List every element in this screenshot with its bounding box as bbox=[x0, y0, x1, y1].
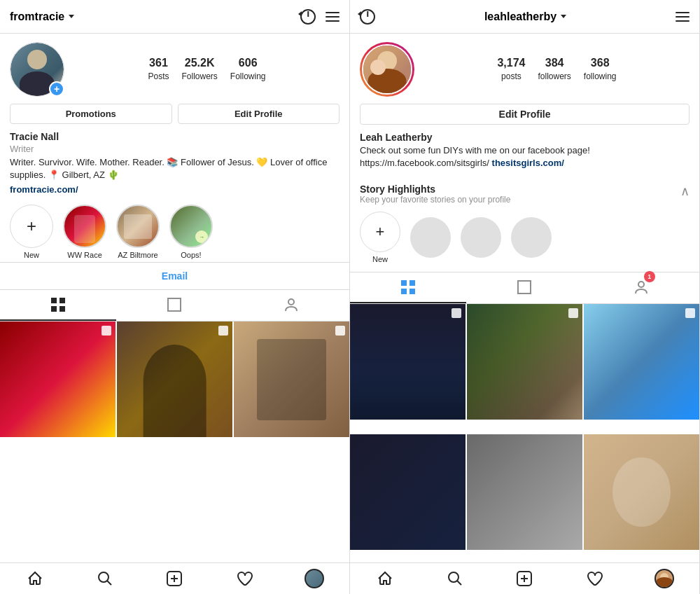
left-stat-followers: 25.2K Followers bbox=[181, 57, 217, 82]
right-menu-icon[interactable] bbox=[676, 12, 690, 22]
right-username: leahleatherby bbox=[484, 11, 556, 23]
svg-line-7 bbox=[107, 581, 111, 585]
nav-search-left[interactable] bbox=[70, 569, 140, 588]
story-ww-race[interactable]: WW Race bbox=[63, 205, 106, 259]
person-icon bbox=[284, 297, 299, 312]
highlight-1[interactable] bbox=[410, 217, 451, 258]
nav-plus-right[interactable] bbox=[490, 569, 560, 588]
svg-line-18 bbox=[457, 581, 461, 585]
avatar-add-button[interactable]: + bbox=[49, 81, 64, 97]
left-profile-link[interactable]: fromtracie.com/ bbox=[10, 184, 340, 195]
left-tabs bbox=[0, 290, 349, 322]
right-grid-icon bbox=[400, 279, 416, 295]
highlights-list: + New bbox=[360, 209, 690, 266]
left-stat-posts: 361 Posts bbox=[148, 57, 169, 82]
left-following-count: 606 bbox=[230, 57, 266, 69]
plus-icon bbox=[166, 570, 183, 587]
nav-heart-left[interactable] bbox=[209, 569, 279, 588]
right-username-area[interactable]: leahleatherby bbox=[484, 11, 566, 23]
highlights-subtitle: Keep your favorite stories on your profi… bbox=[360, 195, 510, 205]
story-oops-img: → bbox=[169, 205, 213, 248]
story-new-circle[interactable]: + bbox=[10, 205, 53, 248]
nav-heart-right[interactable] bbox=[559, 569, 629, 588]
right-avatar-gradient[interactable] bbox=[360, 42, 414, 97]
nav-home-right[interactable] bbox=[350, 569, 420, 588]
left-avatar-wrap: + bbox=[10, 42, 64, 97]
right-grid-cell-4[interactable] bbox=[467, 434, 582, 550]
right-history-arrow-icon bbox=[358, 11, 361, 17]
right-following-count: 368 bbox=[584, 57, 617, 69]
story-oops[interactable]: → Oops! bbox=[169, 205, 213, 259]
highlight-new[interactable]: + New bbox=[360, 212, 400, 263]
right-profile-top: 3,174 posts 384 followers 368 following bbox=[360, 42, 690, 97]
right-plus-icon bbox=[516, 570, 533, 587]
left-stats: 361 Posts 25.2K Followers 606 Following bbox=[74, 57, 340, 82]
right-bio-link[interactable]: thesitsgirls.com/ bbox=[492, 158, 564, 168]
left-stat-following: 606 Following bbox=[230, 57, 266, 82]
right-person-icon bbox=[634, 279, 649, 295]
story-ww-race-label: WW Race bbox=[67, 251, 102, 259]
left-photo-grid bbox=[0, 322, 349, 562]
right-stat-posts: 3,174 posts bbox=[497, 57, 525, 82]
grid-cell-1[interactable] bbox=[117, 322, 232, 437]
right-profile-section: 3,174 posts 384 followers 368 following … bbox=[350, 34, 699, 178]
highlight-2-circle bbox=[461, 217, 501, 258]
svg-point-17 bbox=[449, 572, 458, 582]
square-icon bbox=[167, 297, 182, 312]
home-icon bbox=[27, 570, 43, 587]
tab-tagged-left[interactable] bbox=[233, 290, 349, 321]
edit-profile-button[interactable]: Edit Profile bbox=[178, 104, 340, 124]
left-username-area[interactable]: fromtracie bbox=[10, 11, 74, 23]
nav-home-left[interactable] bbox=[0, 569, 70, 588]
nav-plus-left[interactable] bbox=[140, 569, 210, 588]
right-history-icon[interactable] bbox=[360, 9, 375, 25]
svg-rect-15 bbox=[518, 281, 531, 293]
highlights-collapse-icon[interactable]: ∧ bbox=[680, 184, 690, 199]
left-username: fromtracie bbox=[10, 11, 64, 23]
left-followers-label: Followers bbox=[181, 71, 217, 81]
right-grid-cell-5[interactable] bbox=[584, 434, 699, 550]
tab-grid-right[interactable] bbox=[350, 272, 466, 303]
email-row: Email bbox=[0, 263, 349, 290]
svg-rect-4 bbox=[168, 298, 181, 311]
tab-grid-left[interactable] bbox=[0, 290, 116, 321]
nav-profile-right[interactable] bbox=[629, 569, 699, 588]
email-link[interactable]: Email bbox=[162, 270, 188, 282]
tab-feed-right[interactable] bbox=[466, 272, 582, 303]
history-icon[interactable] bbox=[300, 9, 316, 25]
right-grid-cell-0[interactable] bbox=[350, 304, 465, 420]
right-header: leahleatherby bbox=[350, 0, 699, 34]
left-profile-subtitle: Writer bbox=[10, 144, 340, 154]
search-icon bbox=[97, 570, 113, 587]
promotions-button[interactable]: Promotions bbox=[10, 104, 172, 124]
tab-tagged-right[interactable]: 1 bbox=[583, 272, 699, 303]
right-following-label: following bbox=[584, 71, 617, 81]
left-stories-row: + New WW Race AZ Biltmore → Oops! bbox=[0, 200, 349, 263]
right-tabs: 1 bbox=[350, 272, 699, 304]
svg-rect-2 bbox=[51, 306, 57, 312]
chevron-down-icon bbox=[69, 15, 74, 18]
story-new[interactable]: + New bbox=[10, 205, 53, 259]
right-followers-label: followers bbox=[538, 71, 570, 81]
menu-icon[interactable] bbox=[326, 12, 340, 22]
tagged-badge: 1 bbox=[644, 271, 655, 282]
nav-search-right[interactable] bbox=[420, 569, 490, 588]
highlight-new-circle[interactable]: + bbox=[360, 212, 400, 252]
highlight-2[interactable] bbox=[461, 217, 501, 258]
story-az-biltmore-label: AZ Biltmore bbox=[118, 251, 158, 259]
right-posts-label: posts bbox=[501, 71, 522, 81]
grid-cell-0[interactable] bbox=[0, 322, 115, 437]
right-grid-cell-1[interactable] bbox=[467, 304, 582, 420]
story-az-biltmore[interactable]: AZ Biltmore bbox=[116, 205, 160, 259]
right-grid-cell-2[interactable] bbox=[584, 304, 699, 420]
right-edit-profile-button[interactable]: Edit Profile bbox=[360, 104, 690, 125]
tab-feed-left[interactable] bbox=[116, 290, 232, 321]
left-profile-section: + 361 Posts 25.2K Followers 606 Followin… bbox=[0, 34, 349, 200]
right-grid-cell-3[interactable] bbox=[350, 434, 465, 550]
nav-profile-left[interactable] bbox=[279, 569, 349, 588]
highlight-3[interactable] bbox=[511, 217, 552, 258]
right-search-icon bbox=[447, 570, 463, 587]
left-followers-count: 25.2K bbox=[181, 57, 217, 69]
story-highlights-section: Story Highlights Keep your favorite stor… bbox=[350, 178, 699, 272]
grid-cell-2[interactable] bbox=[234, 322, 349, 437]
